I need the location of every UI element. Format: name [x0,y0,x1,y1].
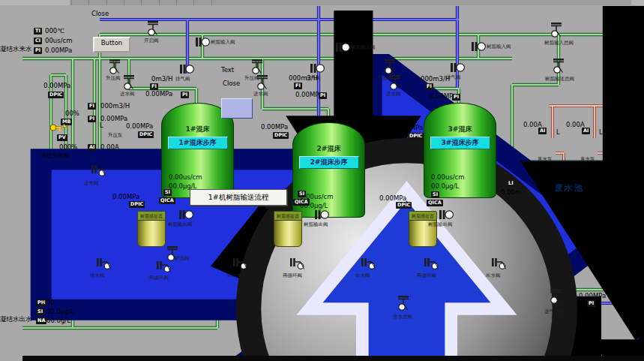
tank2-inlet-valve-label: 进水阀 [253,91,268,97]
mixed-bed-tank-3: 3#混床 3#混床步序 0.00us/cm 00.0μg/L [424,103,496,198]
tank1-boost-valve-label: 升压阀 [106,75,121,81]
pool-level-value: 0.00m [501,188,521,196]
resin-trap-1: 树脂捕捉器 [137,211,166,247]
fi-tag: FI [425,83,433,90]
tank2-outlet-valve[interactable] [361,258,376,273]
dpic-tag: DPIC [48,92,64,98]
tank1-conductivity: 0.00us/cm [169,173,202,181]
tank1-outlet-valve[interactable] [233,258,248,273]
tank2-resin-in-valve[interactable] [336,41,350,56]
air-main-valve-label: 进气总阀 [544,308,564,314]
main-drain-valve-label: 排水总阀 [393,314,412,320]
ai-tag: AI [538,128,547,134]
tank2-step-button[interactable]: 2#混床步序 [299,156,359,169]
outlet-sodium-value: 00.0g/L [46,317,70,324]
tank2-resin-out-valve-label: 树脂输出阀 [304,221,328,227]
tank1-step-button[interactable]: 1#混床步序 [168,137,228,149]
bypass-output-pct: 00% [65,110,79,117]
resin-trap-label: 树脂捕捉器 [138,212,165,221]
si-tag: SI [36,308,44,315]
ai-tag: AI [582,128,590,134]
ti-tag: TI [34,28,42,35]
ph-tag: PH [36,299,46,306]
tank3-recirc-valve-label: 再循环阀 [417,272,436,278]
tank2-title: 2#混床 [293,144,364,154]
tank3-step-button[interactable]: 3#混床步序 [430,137,490,149]
pi-tag: PI [452,94,460,101]
display-box [221,98,253,119]
tank1-vent-valve-label: 排气阀 [175,76,190,82]
tank3-flow-value: 000m3/H [421,75,450,83]
tank1-pressure-value: 0.00MPa [145,90,172,98]
pi-tag: PI [319,92,327,99]
ai-tag: AI [88,144,96,151]
resin-in-stream-label: 树脂输入 [630,29,644,36]
trap3-dp-value: 0.00MPa [379,194,406,202]
dpic-tag: DPIC [129,201,145,208]
system-bypass-valve-label: 系统旁路阀 [41,152,70,160]
air-line-pressure-value: 0.00MPa [579,292,606,299]
inlet-cond-value: 00us/cm [45,37,72,44]
dpic-tag: DPIC [396,202,412,209]
main-drain-valve[interactable] [397,296,409,314]
close-widget-label: Close [223,80,240,87]
tank3-resin-in-valve[interactable] [472,41,486,55]
fi-tag: FI [88,103,96,110]
tank1-title: 1#混床 [162,125,233,134]
qica-tag: QICA [159,197,175,204]
fi-tag: FI [150,83,158,90]
pi-tag: PI [587,300,595,307]
waste-pump2-label: 废水泵 [580,156,595,162]
na-tag: NA [36,317,46,324]
inlet-pressure-value: 0.00MPa [45,47,72,54]
tank1-resin-in-valve[interactable] [196,36,210,50]
tank3-conductivity: 0.00us/cm [431,173,465,181]
si-tag: SI [163,189,172,196]
plant-water-stream-label: 主厂水 [630,297,644,305]
resin-input-main-valve-label: 树脂输入总阀 [544,40,574,46]
open-valve[interactable] [147,21,159,39]
qica-tag: QICA [427,200,443,206]
waste-pump2-l-mark: L [599,128,603,136]
tank3-inlet-valve-label: 进水阀 [386,91,401,97]
tank3-outlet-valve[interactable] [492,258,507,273]
tank3-recirc-valve[interactable] [424,258,439,273]
top-toolbar [0,0,644,5]
main-flow-value: 000m3/H [100,102,130,110]
tank1-flush-valve-label: 冲洗阀 [175,255,190,261]
flush-water-stream-label: 冲洗水 [630,284,644,291]
tank3-resin-in-valve-label: 树脂输入阀 [487,44,511,50]
tank3-dp-value: 0.00MPa [396,124,423,131]
air-main-valve[interactable] [550,289,562,307]
resin-input-main-valve[interactable] [550,23,562,41]
tank3-silica: 00.0μg/L [431,182,459,190]
dpic-tag: DPIC [408,133,424,140]
button-control[interactable]: Button [93,37,130,53]
resin-transfer-main-valve[interactable] [553,59,565,77]
pv-tag[interactable]: PV [57,134,67,141]
resin-trap-label: 树脂捕捉器 [409,212,436,221]
tank1-flow-value: 0m3/H [151,75,172,83]
pump-current-value: 0.00A [100,143,119,151]
resin-trap-3: 树脂捕捉器 [409,211,437,247]
resin-transfer-main-valve-label: 树脂输送总阀 [545,76,574,82]
tank3-outlet-valve-label: 出水阀 [486,272,501,278]
pi-tag: PI [34,47,42,54]
boost-pump-label: 升压泵 [108,132,123,138]
dpic-tag: DPIC [138,131,154,138]
si-tag: SI [298,191,306,197]
tank2-recirc-valve[interactable] [290,258,305,273]
pumpline-inlet-valve[interactable] [91,165,106,180]
tank1-drain-valve[interactable] [97,258,112,273]
close-status-text: Close [91,10,109,17]
tank3-title: 3#混床 [424,125,496,134]
resin-transfer-process-label: 1#机树脂输送流程 [190,189,287,206]
fi-tag: FI [294,83,302,89]
outlet-ph-value: 00 [46,299,55,306]
to-waste-stream-label: 至废水池 [630,100,644,107]
waste-pool-title: 废水池 [555,182,584,194]
resin-trap-label: 树脂捕捉器 [274,212,301,221]
resin-trap-2: 树脂捕捉器 [274,211,302,247]
inlet-stream-label: 凝结水来水 [0,45,32,53]
li-tag: LI [507,180,515,187]
